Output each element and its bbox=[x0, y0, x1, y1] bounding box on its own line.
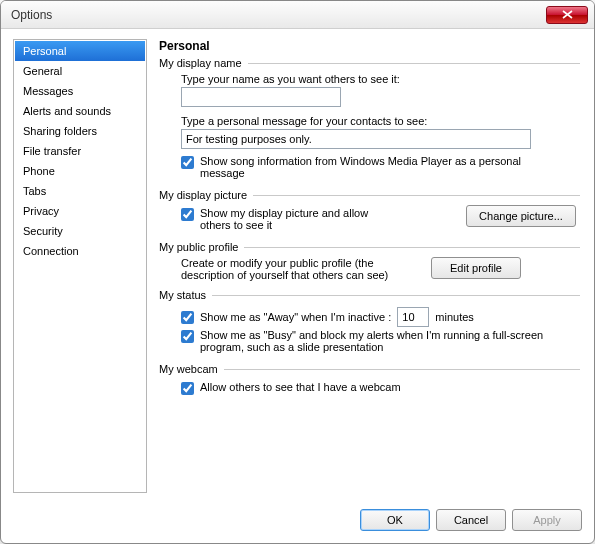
group-label: My display name bbox=[159, 57, 248, 69]
sidebar-item-file-transfer[interactable]: File transfer bbox=[15, 141, 145, 161]
group-label: My display picture bbox=[159, 189, 253, 201]
sidebar-item-label: File transfer bbox=[23, 145, 81, 157]
body: Personal General Messages Alerts and sou… bbox=[1, 29, 594, 501]
away-checkbox[interactable] bbox=[181, 311, 194, 324]
song-info-label: Show song information from Windows Media… bbox=[200, 155, 550, 179]
song-info-checkbox[interactable] bbox=[181, 156, 194, 169]
footer: OK Cancel Apply bbox=[1, 501, 594, 543]
sidebar-item-messages[interactable]: Messages bbox=[15, 81, 145, 101]
sidebar-item-label: Security bbox=[23, 225, 63, 237]
close-button[interactable] bbox=[546, 6, 588, 24]
content-heading: Personal bbox=[155, 39, 582, 53]
group-rule bbox=[253, 195, 580, 196]
sidebar-item-label: Messages bbox=[23, 85, 73, 97]
sidebar-item-tabs[interactable]: Tabs bbox=[15, 181, 145, 201]
message-prompt: Type a personal message for your contact… bbox=[181, 115, 576, 127]
group-status: My status Show me as "Away" when I'm ina… bbox=[159, 289, 580, 357]
group-label: My status bbox=[159, 289, 212, 301]
group-rule bbox=[248, 63, 580, 64]
group-display-picture: My display picture Show my display pictu… bbox=[159, 189, 580, 235]
sidebar: Personal General Messages Alerts and sou… bbox=[13, 39, 147, 493]
away-prefix: Show me as "Away" when I'm inactive : bbox=[200, 311, 391, 323]
away-minutes-input[interactable] bbox=[397, 307, 429, 327]
busy-label: Show me as "Busy" and block my alerts wh… bbox=[200, 329, 550, 353]
options-window: Options Personal General Messages Alerts… bbox=[0, 0, 595, 544]
titlebar: Options bbox=[1, 1, 594, 29]
content-panel: Personal My display name Type your name … bbox=[155, 39, 582, 493]
group-display-name: My display name Type your name as you wa… bbox=[159, 57, 580, 183]
ok-button[interactable]: OK bbox=[360, 509, 430, 531]
group-rule bbox=[212, 295, 580, 296]
sidebar-item-label: Alerts and sounds bbox=[23, 105, 111, 117]
group-label: My webcam bbox=[159, 363, 224, 375]
webcam-label: Allow others to see that I have a webcam bbox=[200, 381, 401, 393]
group-public-profile: My public profile Create or modify your … bbox=[159, 241, 580, 283]
webcam-checkbox[interactable] bbox=[181, 382, 194, 395]
sidebar-item-label: General bbox=[23, 65, 62, 77]
show-picture-label: Show my display picture and allow others… bbox=[200, 207, 400, 231]
public-profile-description: Create or modify your public profile (th… bbox=[181, 257, 421, 281]
sidebar-item-label: Connection bbox=[23, 245, 79, 257]
sidebar-item-personal[interactable]: Personal bbox=[15, 41, 145, 61]
apply-button[interactable]: Apply bbox=[512, 509, 582, 531]
sidebar-item-sharing-folders[interactable]: Sharing folders bbox=[15, 121, 145, 141]
group-webcam: My webcam Allow others to see that I hav… bbox=[159, 363, 580, 399]
change-picture-button[interactable]: Change picture... bbox=[466, 205, 576, 227]
sidebar-item-security[interactable]: Security bbox=[15, 221, 145, 241]
sidebar-item-phone[interactable]: Phone bbox=[15, 161, 145, 181]
sidebar-item-label: Phone bbox=[23, 165, 55, 177]
sidebar-item-privacy[interactable]: Privacy bbox=[15, 201, 145, 221]
sidebar-item-general[interactable]: General bbox=[15, 61, 145, 81]
close-icon bbox=[562, 10, 573, 19]
away-suffix: minutes bbox=[435, 311, 474, 323]
cancel-button[interactable]: Cancel bbox=[436, 509, 506, 531]
sidebar-item-label: Privacy bbox=[23, 205, 59, 217]
sidebar-item-alerts-and-sounds[interactable]: Alerts and sounds bbox=[15, 101, 145, 121]
display-name-input[interactable] bbox=[181, 87, 341, 107]
window-title: Options bbox=[11, 8, 546, 22]
sidebar-item-label: Sharing folders bbox=[23, 125, 97, 137]
group-rule bbox=[224, 369, 580, 370]
group-rule bbox=[244, 247, 580, 248]
edit-profile-button[interactable]: Edit profile bbox=[431, 257, 521, 279]
sidebar-item-connection[interactable]: Connection bbox=[15, 241, 145, 261]
name-prompt: Type your name as you want others to see… bbox=[181, 73, 576, 85]
busy-checkbox[interactable] bbox=[181, 330, 194, 343]
group-label: My public profile bbox=[159, 241, 244, 253]
sidebar-item-label: Tabs bbox=[23, 185, 46, 197]
show-picture-checkbox[interactable] bbox=[181, 208, 194, 221]
sidebar-item-label: Personal bbox=[23, 45, 66, 57]
personal-message-input[interactable] bbox=[181, 129, 531, 149]
